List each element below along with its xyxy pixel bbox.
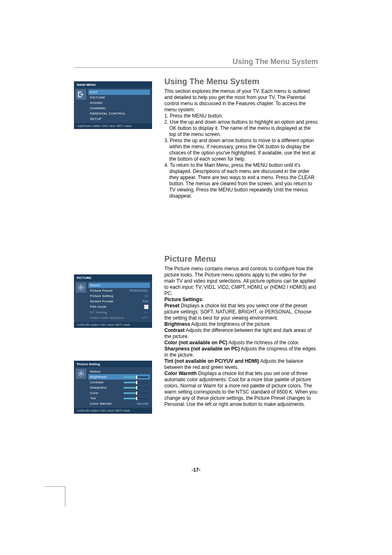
setting-warmth: Color Warmth Displays a choice list that… xyxy=(164,371,318,408)
picture-menu-footer: <U/D/L/R>:select <OK>:next <RET>:back xyxy=(74,322,152,327)
section2-intro: The Picture menu contains menus and cont… xyxy=(164,266,318,297)
picture-icon xyxy=(76,283,86,292)
section1-step4: 4. To return to the Main Menu, press the… xyxy=(164,162,318,199)
section1-intro: This section explores the menus of your … xyxy=(164,88,318,113)
menu-item-parental: PARENTAL CONTROL xyxy=(88,111,150,116)
setting-brightness: Brightness Adjusts the brightness of the… xyxy=(164,321,318,327)
picture-setting-row-2: Contrast xyxy=(88,380,150,385)
main-menu-screenshot: MAIN MENU EXIT PICTURE SOUND CHANNEL PAR… xyxy=(74,81,152,129)
picture-setting-footer: <U/D/L/R>:select <OK>:next <RET>:back xyxy=(74,408,152,413)
page-header-title: Using The Menu System xyxy=(233,58,318,66)
setting-color: Color (not available on PC) Adjusts the … xyxy=(164,340,318,346)
section2-title: Picture Menu xyxy=(164,254,318,264)
setting-preset: Preset Displays a choice list that lets … xyxy=(164,303,318,321)
picture-setting-row-1: Brightness xyxy=(88,374,150,380)
menu-item-channel: CHANNEL xyxy=(88,106,150,111)
slider-icon xyxy=(124,392,148,394)
picture-setting-row-4: Color xyxy=(88,390,150,396)
slider-icon xyxy=(124,387,148,389)
slider-icon xyxy=(124,398,148,399)
picture-menu-row-1: Picture PresetPERSONAL xyxy=(88,288,150,293)
picture-settings-label: Picture Settings: xyxy=(164,297,203,302)
slider-icon xyxy=(124,382,148,383)
picture-setting-row-6: Color WarmthNormal xyxy=(88,401,150,406)
exit-icon xyxy=(76,90,86,99)
picture-setting-icon xyxy=(76,369,86,379)
picture-setting-row-5: Tint xyxy=(88,396,150,401)
picture-menu-title: PICTURE xyxy=(74,275,152,281)
setting-sharpness: Sharpness (not available on PC) Adjusts … xyxy=(164,346,318,358)
main-menu-title: MAIN MENU xyxy=(74,82,152,88)
picture-menu-row-5: PC Setting>> xyxy=(88,310,150,315)
header-divider xyxy=(74,67,318,68)
picture-menu-row-4: Film mode✓ xyxy=(88,304,150,310)
picture-menu-row-2: Picture Setting>> xyxy=(88,293,150,299)
picture-setting-row-3: Sharpness xyxy=(88,385,150,390)
section1-step1: 1. Press the MENU button. xyxy=(164,113,318,119)
picture-setting-screenshot: Picture Setting ReturnBrightnessContrast… xyxy=(74,361,152,414)
menu-item-exit: EXIT xyxy=(88,90,150,95)
picture-menu-screenshot: PICTURE ReturnPicture PresetPERSONALPict… xyxy=(74,274,152,328)
picture-setting-title: Picture Setting xyxy=(74,361,152,367)
picture-menu-row-3: Screen FormatFull xyxy=(88,299,150,304)
picture-setting-row-0: Return xyxy=(88,369,150,374)
main-menu-footer: <Up/Down>:select <OK>:next <RET>:back xyxy=(74,123,152,129)
crop-mark-v xyxy=(65,486,65,507)
section1-step3: 3. Press the up and down arrow buttons t… xyxy=(164,138,318,162)
picture-menu-row-0: Return xyxy=(88,283,150,288)
checkmark-icon: ✓ xyxy=(144,305,148,309)
setting-tint: Tint (not available on PC/YUV and HDMI) … xyxy=(164,358,318,371)
menu-item-picture: PICTURE xyxy=(88,95,150,100)
setting-contrast: Contrast Adjusts the difference between … xyxy=(164,327,318,340)
menu-item-setup: SETUP xyxy=(88,116,150,122)
slider-icon xyxy=(124,376,148,378)
section1-title: Using The Menu System xyxy=(164,76,318,87)
menu-item-sound: SOUND xyxy=(88,100,150,106)
crop-mark-h xyxy=(44,486,65,487)
section1-step2: 2. Use the up and down arrow buttons to … xyxy=(164,119,318,138)
page-number: -17- xyxy=(0,467,392,473)
picture-menu-row-6: Video noise reductionOFF xyxy=(88,315,150,320)
